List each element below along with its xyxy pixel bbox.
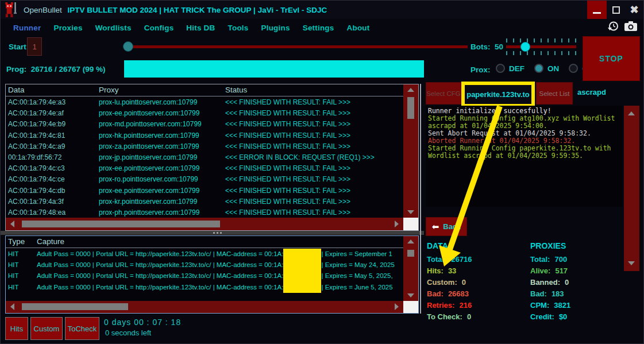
hit-row[interactable]: HIT Adult Pass = 0000 | Portal URL = htt… bbox=[6, 249, 403, 260]
stat-row: Custom:0 bbox=[427, 278, 472, 289]
scroll-down-icon[interactable] bbox=[407, 210, 414, 214]
hit-capture: Adult Pass = 0000 | Portal URL = http://… bbox=[37, 260, 395, 270]
scroll-up-icon[interactable] bbox=[628, 111, 635, 115]
tocheck-button[interactable]: ToCheck bbox=[65, 317, 99, 340]
menu-item[interactable]: Configs bbox=[144, 24, 174, 32]
row-data: AC:00:1a:79:4c:ce bbox=[8, 175, 65, 183]
select-cfg-button[interactable]: Select CFG bbox=[426, 82, 461, 105]
custom-button[interactable]: Custom bbox=[30, 317, 63, 340]
row-data: AC:00:1a:79:4e:b9 bbox=[8, 120, 65, 128]
prox-radio[interactable] bbox=[496, 64, 505, 73]
prox-radio[interactable] bbox=[569, 64, 578, 73]
maximize-button[interactable] bbox=[607, 1, 625, 19]
prox-radio[interactable] bbox=[534, 64, 543, 73]
capture-vscrollbar[interactable] bbox=[403, 236, 418, 301]
hit-row[interactable]: HIT Adult Pass = 0000 | Portal URL = htt… bbox=[6, 282, 403, 293]
results-hscroll-thumb[interactable] bbox=[22, 221, 220, 227]
app-title-mod: IPTV BULLET MOD 2024 | HAT TRICK The GRO… bbox=[68, 6, 327, 14]
table-row[interactable]: AC:00:1a:79:4e:af prox-ee.pointtoserver.… bbox=[6, 108, 403, 119]
scroll-left-icon[interactable] bbox=[10, 303, 14, 310]
prox-radio-label: ON bbox=[547, 64, 559, 73]
menu-item[interactable]: Wordlists bbox=[95, 24, 132, 32]
window-title: OpenBullet IPTV BULLET MOD 2024 | HAT TR… bbox=[24, 6, 327, 14]
row-status: <<< FINISHED WITH RESULT: FAIL >>> bbox=[225, 109, 350, 117]
select-list-button[interactable]: Select List bbox=[536, 82, 573, 105]
menu-item[interactable]: Hits DB bbox=[186, 24, 215, 32]
table-row[interactable]: AC:00:1a:79:48:ea prox-ph.pointtoserver.… bbox=[6, 207, 403, 218]
hits-button[interactable]: Hits bbox=[5, 317, 28, 340]
splitter-handle[interactable] bbox=[1, 231, 424, 235]
bots-slider-ticks-top bbox=[506, 38, 576, 42]
stat-row: Credit:$0 bbox=[530, 312, 570, 324]
bots-value: 50 bbox=[495, 42, 503, 51]
capture-vscroll-thumb[interactable] bbox=[407, 250, 414, 257]
camera-icon[interactable] bbox=[624, 21, 638, 32]
table-row[interactable]: AC:00:1a:79:4c:81 prox-hk.pointtoserver.… bbox=[6, 130, 403, 141]
table-row[interactable]: AC:00:1a:79:4e:a3 prox-lu.pointtoserver.… bbox=[6, 97, 403, 108]
table-row[interactable]: AC:00:1a:79:4c:c3 prox-ee.pointtoserver.… bbox=[6, 163, 403, 174]
stat-row: Bad:183 bbox=[530, 289, 570, 301]
vertical-divider bbox=[420, 84, 421, 314]
scroll-down-icon[interactable] bbox=[628, 261, 635, 265]
stat-row: Retries:216 bbox=[427, 301, 472, 312]
menu-item[interactable]: Runner bbox=[13, 24, 41, 32]
menu-item[interactable]: Proxies bbox=[53, 24, 82, 32]
hit-type: HIT bbox=[8, 249, 19, 260]
scroll-up-icon[interactable] bbox=[407, 239, 414, 243]
main-slider-knob[interactable] bbox=[123, 41, 133, 52]
data-stats: DATA Total:26716 Hits:33 Custom:0 Bad:26… bbox=[427, 241, 472, 324]
redaction-box bbox=[283, 260, 321, 270]
row-data: AC:00:1a:79:4c:81 bbox=[8, 132, 65, 140]
menu-item[interactable]: Settings bbox=[303, 24, 334, 32]
table-row[interactable]: AC:00:1a:79:4a:3f prox-kr.pointtoserver.… bbox=[6, 196, 403, 207]
table-row[interactable]: 00:1a:79:df:56:72 prox-jp.pointtoserver.… bbox=[6, 152, 403, 163]
row-proxy: prox-ee.pointtoserver.com:10799 bbox=[99, 164, 199, 172]
row-proxy: prox-md.pointtoserver.com:10799 bbox=[99, 120, 202, 128]
start-input[interactable]: 1 bbox=[27, 37, 42, 56]
menu-item[interactable]: Plugins bbox=[261, 24, 290, 32]
stat-row: To Check:0 bbox=[427, 312, 472, 324]
minimize-icon bbox=[593, 12, 601, 14]
menu-item[interactable]: About bbox=[347, 24, 370, 32]
scroll-right-icon[interactable] bbox=[395, 303, 399, 310]
bots-slider-track[interactable] bbox=[506, 45, 576, 48]
menu-item[interactable]: Tools bbox=[228, 24, 249, 32]
row-proxy: prox-ro.pointtoserver.com:10799 bbox=[99, 175, 198, 183]
table-row[interactable]: AC:00:1a:79:4e:b9 prox-md.pointtoserver.… bbox=[6, 119, 403, 130]
main-slider-track[interactable] bbox=[124, 45, 468, 48]
redaction-box bbox=[283, 270, 321, 281]
results-hscrollbar[interactable] bbox=[6, 218, 403, 230]
capture-hscrollbar[interactable] bbox=[6, 301, 403, 313]
table-row[interactable]: AC:00:1a:79:4c:a9 prox-za.pointtoserver.… bbox=[6, 141, 403, 152]
bots-slider-knob[interactable] bbox=[520, 42, 530, 52]
scroll-down-icon[interactable] bbox=[407, 293, 414, 297]
capture-hscroll-thumb[interactable] bbox=[22, 303, 128, 310]
close-button[interactable]: ✖ bbox=[625, 1, 643, 19]
bots-slider-ticks-bottom bbox=[506, 51, 576, 55]
back-button[interactable]: ⬅ Back bbox=[426, 217, 467, 236]
row-data: AC:00:1a:79:4a:3f bbox=[8, 198, 64, 206]
hit-row[interactable]: HIT Adult Pass = 0000 | Portal URL = htt… bbox=[6, 270, 403, 281]
capture-table: Type Capture HIT Adult Pass = 0000 | Por… bbox=[5, 235, 419, 314]
table-row[interactable]: AC:00:1a:79:4c:db prox-ee.pointtoserver.… bbox=[6, 185, 403, 196]
row-proxy: prox-jp.pointtoserver.com:10799 bbox=[99, 153, 197, 161]
hit-row[interactable]: HIT Adult Pass = 0000 | Portal URL = htt… bbox=[6, 260, 403, 270]
scroll-up-icon[interactable] bbox=[407, 88, 414, 92]
history-icon[interactable] bbox=[607, 20, 619, 32]
hit-capture: Adult Pass = 0000 | Portal URL = http://… bbox=[37, 282, 393, 293]
minimize-button[interactable] bbox=[587, 1, 607, 19]
stat-row: Total:26716 bbox=[427, 255, 472, 266]
table-row[interactable]: AC:00:1a:79:4c:ce prox-ro.pointtoserver.… bbox=[6, 174, 403, 185]
progress-value: 26716 / 26767 (99 %) bbox=[31, 65, 106, 74]
row-data: AC:00:1a:79:48:ea bbox=[8, 208, 65, 217]
log-vscrollbar[interactable] bbox=[624, 106, 639, 271]
scroll-left-icon[interactable] bbox=[10, 221, 14, 227]
timer-elapsed: 0 days 00 : 07 : 18 bbox=[104, 318, 181, 327]
col-header-capture: Capture bbox=[37, 237, 64, 246]
results-vscrollbar[interactable] bbox=[403, 84, 418, 218]
results-vscroll-thumb[interactable] bbox=[407, 97, 414, 119]
stop-button[interactable]: STOP bbox=[583, 36, 640, 81]
stat-row: CPM:3821 bbox=[530, 301, 570, 312]
hit-type: HIT bbox=[8, 282, 19, 293]
scroll-right-icon[interactable] bbox=[395, 221, 399, 227]
